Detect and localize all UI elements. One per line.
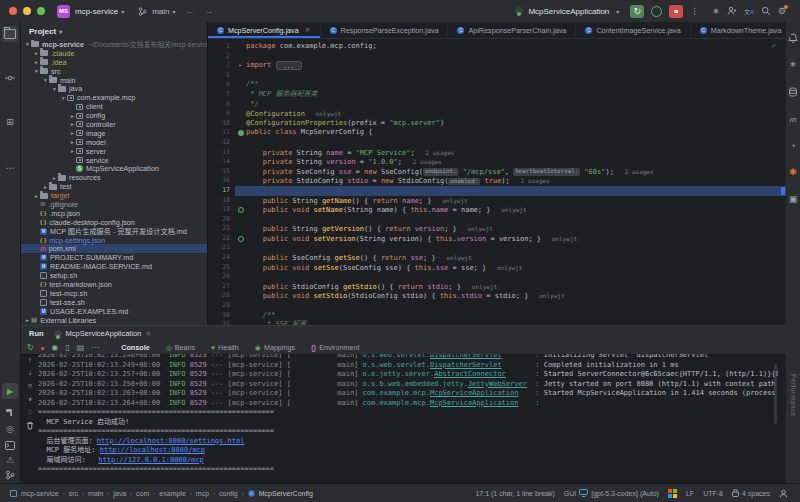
structure-tool-icon[interactable]: ⊞ xyxy=(0,114,20,130)
chevron-icon[interactable]: ▾ xyxy=(60,95,67,101)
tab-mcpserverconfig-java[interactable]: CMcpServerConfig.java✕ xyxy=(208,22,321,38)
logger-link[interactable]: DispatcherServlet xyxy=(430,354,502,359)
tree-item-external-libraries[interactable]: ▸▤External Libraries xyxy=(21,316,207,325)
breadcrumb-item[interactable]: McpServerConfig xyxy=(259,490,313,497)
rerun-button[interactable]: ↻ xyxy=(630,5,644,18)
services-tool-icon[interactable]: ◎ xyxy=(0,421,20,437)
windows-colored-icon[interactable] xyxy=(668,489,677,498)
tree-item-project-summary.md[interactable]: MPROJECT-SUMMARY.md xyxy=(21,253,207,262)
tree-item-image[interactable]: ▸image xyxy=(21,129,207,138)
chevron-icon[interactable]: ▾ xyxy=(42,77,49,83)
chevron-icon[interactable]: ▾ xyxy=(51,86,58,92)
tree-item-server[interactable]: ▸server xyxy=(21,147,207,156)
close-icon[interactable]: ✕ xyxy=(145,330,151,338)
scroll-end-icon[interactable]: ⇟ xyxy=(28,395,32,403)
print-icon[interactable]: ◌ xyxy=(28,408,32,416)
console-scrollbar[interactable] xyxy=(774,364,777,424)
problems-tool-icon[interactable]: ⚠ xyxy=(0,452,20,468)
tree-item-test-sse.sh[interactable]: ›_test-sse.sh xyxy=(21,298,207,307)
breadcrumb-item[interactable]: java xyxy=(113,490,126,497)
tree-item-java[interactable]: ▾java xyxy=(21,84,207,93)
indent-widget[interactable]: 4 spaces xyxy=(732,489,770,497)
bean-icon[interactable] xyxy=(235,234,246,244)
chevron-icon[interactable]: ▸ xyxy=(69,121,76,127)
down-icon[interactable]: ↓ xyxy=(28,369,32,377)
device-manager-icon[interactable]: ▣ xyxy=(786,191,800,207)
chevron-icon[interactable]: ▸ xyxy=(33,59,40,65)
tree-item-test-markdown.json[interactable]: { }test-markdown.json xyxy=(21,280,207,289)
line-ending-widget[interactable]: LF xyxy=(686,490,694,497)
chevron-icon[interactable]: ▸ xyxy=(33,193,40,199)
breadcrumb-item[interactable]: com xyxy=(136,490,149,497)
hot-reload-button[interactable] xyxy=(651,6,662,17)
run-tab[interactable]: McpServiceApplication ✕ xyxy=(54,329,152,338)
chevron-icon[interactable]: ▸ xyxy=(33,50,40,56)
tree-item-com.example.mcp[interactable]: ▾com.example.mcp xyxy=(21,93,207,102)
chevron-icon[interactable]: ▸ xyxy=(69,139,76,145)
run-configuration-selector[interactable]: McpServiceApplication ▾ xyxy=(515,7,619,16)
tab-responseparseexception-java[interactable]: CResponseParseException.java xyxy=(321,22,449,38)
soft-wrap-icon[interactable]: ≡ xyxy=(28,382,32,390)
tree-item-mcp-settings.json[interactable]: { }mcp-settings.json xyxy=(21,236,207,245)
logger-link[interactable]: JettyWebServer xyxy=(468,380,527,388)
bean-icon[interactable] xyxy=(235,205,246,215)
more-icon[interactable]: ⋯ xyxy=(0,160,20,176)
run-tool-icon[interactable]: ▶ xyxy=(2,383,18,399)
gradle-icon[interactable]: ◔ xyxy=(786,138,800,154)
chevron-icon[interactable]: ▾ xyxy=(33,68,40,74)
console-tab-console[interactable]: Console xyxy=(117,343,153,352)
stop-button[interactable]: ■ xyxy=(669,5,683,18)
tree-item-setup.sh[interactable]: ›_setup.sh xyxy=(21,271,207,280)
breadcrumb-item[interactable]: mcp-service xyxy=(21,490,59,497)
console-url-link[interactable]: http://localhost:8080/mcp xyxy=(100,446,205,454)
encoding-widget[interactable]: UTF-8 xyxy=(703,490,723,497)
tree-item-.claude[interactable]: ▸.claude xyxy=(21,49,207,58)
tree-item-.mcp.json[interactable]: { }.mcp.json xyxy=(21,209,207,218)
tab-apiresponseparserchain-java[interactable]: CApiResponseParserChain.java xyxy=(448,22,576,38)
tree-item-mcpserviceapplication[interactable]: SMcpServiceApplication xyxy=(21,164,207,173)
console-tab-beans[interactable]: ◎Beans xyxy=(162,343,200,352)
gui-widget[interactable]: GUI [gpt-5.3-codex] (Auto) xyxy=(564,489,659,497)
breadcrumb-item[interactable]: config xyxy=(219,490,238,497)
tree-item-readme-image-service.md[interactable]: MREADME-IMAGE-SERVICE.md xyxy=(21,262,207,271)
ai-assistant-icon[interactable]: ∗ xyxy=(712,6,720,16)
spring-icon[interactable] xyxy=(235,128,246,138)
console-url-link[interactable]: http://127.0.0.1:8080/mcp xyxy=(98,456,203,464)
logger-link[interactable]: DispatcherServlet xyxy=(430,361,502,369)
project-panel-header[interactable]: Project▾ xyxy=(21,22,207,40)
terminal-tool-icon[interactable] xyxy=(0,437,20,453)
thread-dump-icon[interactable]: ◉ xyxy=(51,343,58,352)
minimize-window-button[interactable] xyxy=(23,7,31,15)
tab-contentimageservice-java[interactable]: CContentImageService.java xyxy=(576,22,690,38)
chevron-icon[interactable]: ▸ xyxy=(51,175,58,181)
fold-icon[interactable]: ▸ xyxy=(235,61,246,71)
run-console[interactable]: ↑↓≡⇟◌ 2026-02-25T10:02:13.248+08:00 INFO… xyxy=(21,354,778,485)
maximize-window-button[interactable] xyxy=(37,7,45,15)
clear-icon[interactable] xyxy=(26,421,34,429)
user-icon[interactable] xyxy=(779,489,788,498)
tree-item-config[interactable]: ▸config xyxy=(21,111,207,120)
tree-item-.gitignore[interactable]: ⊘.gitignore xyxy=(21,200,207,209)
breadcrumb-item[interactable]: example xyxy=(159,490,185,497)
tree-item-main[interactable]: ▾main xyxy=(21,76,207,85)
more-actions-icon[interactable]: ⋮ xyxy=(690,6,699,16)
tree-item-test-mcp.sh[interactable]: ›_test-mcp.sh xyxy=(21,289,207,298)
tree-item-pom.xml[interactable]: mpom.xml xyxy=(21,244,207,253)
breadcrumb-item[interactable]: main xyxy=(88,490,103,497)
vcs-branch-widget[interactable]: main ▾ xyxy=(138,7,175,16)
chevron-icon[interactable]: ▸ xyxy=(42,184,49,190)
tree-item-usage-examples.md[interactable]: MUSAGE-EXAMPLES.md xyxy=(21,307,207,316)
breadcrumb-item[interactable]: mcp xyxy=(196,490,209,497)
code-editor[interactable]: 1package com.example.mcp.config;23▸impor… xyxy=(208,39,786,325)
chevron-icon[interactable]: ▸ xyxy=(69,130,76,136)
performance-tab[interactable]: Performance xyxy=(790,374,797,417)
project-widget[interactable]: mcp-service xyxy=(75,7,118,16)
tree-item-model[interactable]: ▸model xyxy=(21,138,207,147)
build-tool-icon[interactable] xyxy=(0,404,20,420)
tab-contentimagetoo[interactable]: CContentImageToo xyxy=(791,22,800,38)
search-everywhere-icon[interactable] xyxy=(761,6,771,16)
code-with-me-icon[interactable] xyxy=(727,6,737,16)
logger-link[interactable]: AbstractConnector xyxy=(434,370,506,378)
git-tool-icon[interactable] xyxy=(0,467,20,483)
rerun-icon[interactable]: ↻ xyxy=(27,343,34,352)
